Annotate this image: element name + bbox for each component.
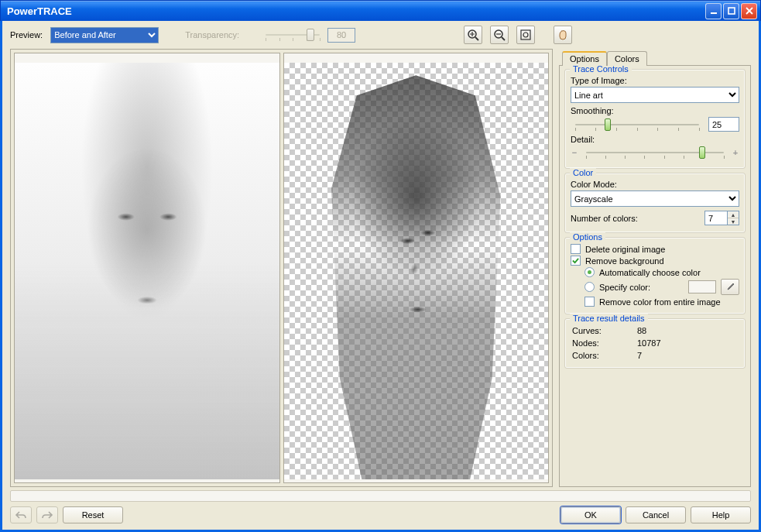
curves-label: Curves: — [572, 325, 636, 336]
svg-point-5 — [523, 33, 528, 37]
specify-color-radio[interactable] — [584, 282, 595, 292]
results-title: Trace result details — [570, 314, 648, 323]
top-toolbar: Preview: Before and After Transparency: … — [2, 21, 759, 49]
original-image — [15, 63, 279, 479]
smoothing-label: Smoothing: — [571, 106, 614, 115]
reset-button[interactable]: Reset — [63, 506, 123, 523]
redo-button[interactable] — [36, 506, 58, 523]
close-button[interactable] — [741, 3, 757, 19]
undo-button[interactable] — [10, 506, 32, 523]
color-mode-select[interactable]: Grayscale — [571, 190, 739, 207]
num-colors-spinner[interactable]: ▲ ▼ — [728, 211, 739, 225]
settings-panel: Options Colors Trace Controls Type of Im… — [559, 49, 751, 487]
maximize-button[interactable] — [723, 3, 739, 19]
spinner-up-icon[interactable]: ▲ — [728, 211, 739, 218]
cancel-button[interactable]: Cancel — [626, 506, 686, 523]
tab-colors[interactable]: Colors — [607, 51, 647, 66]
transparency-slider[interactable] — [266, 28, 320, 42]
trace-controls-title: Trace Controls — [570, 65, 632, 74]
svg-rect-4 — [521, 30, 530, 39]
remove-entire-label: Remove color from entire image — [599, 297, 721, 307]
title-bar: PowerTRACE — [0, 0, 761, 21]
preview-label: Preview: — [10, 30, 43, 39]
color-mode-label: Color Mode: — [571, 180, 617, 189]
after-pane[interactable] — [283, 53, 550, 483]
colors-value: 7 — [637, 350, 738, 361]
colors-label: Colors: — [572, 350, 636, 361]
preview-scrollbar[interactable] — [10, 490, 751, 502]
dialog-frame: Preview: Before and After Transparency: … — [0, 21, 761, 532]
detail-slider[interactable] — [586, 146, 724, 160]
zoom-in-button[interactable] — [464, 26, 482, 44]
tab-options[interactable]: Options — [562, 51, 607, 66]
spinner-down-icon[interactable]: ▼ — [728, 218, 739, 225]
auto-color-radio[interactable] — [584, 267, 595, 277]
options-group-title: Options — [570, 232, 605, 242]
nodes-label: Nodes: — [572, 338, 636, 348]
remove-background-label: Remove background — [585, 256, 664, 266]
specify-color-label: Specify color: — [599, 283, 650, 292]
eyedropper-button[interactable] — [721, 279, 739, 295]
detail-minus-icon: − — [571, 148, 578, 157]
transparency-value: 80 — [327, 28, 355, 43]
specify-color-swatch[interactable] — [688, 280, 716, 293]
nodes-value: 10787 — [637, 338, 738, 348]
minimize-button[interactable] — [705, 3, 722, 19]
svg-rect-1 — [728, 8, 735, 14]
svg-rect-0 — [711, 12, 717, 14]
image-type-label: Type of Image: — [571, 76, 627, 85]
window-title: PowerTRACE — [7, 5, 704, 17]
image-type-select[interactable]: Line art — [571, 87, 739, 103]
remove-background-checkbox[interactable] — [571, 256, 581, 266]
trace-controls-group: Trace Controls Type of Image: Line art S… — [564, 69, 746, 169]
preview-area — [10, 49, 553, 487]
bottom-bar: Reset OK Cancel Help — [2, 502, 759, 530]
smoothing-slider[interactable] — [575, 118, 699, 132]
color-group-title: Color — [570, 168, 596, 177]
ok-button[interactable]: OK — [560, 506, 621, 523]
auto-color-label: Automatically choose color — [599, 268, 701, 277]
remove-entire-checkbox[interactable] — [584, 297, 595, 307]
traced-image — [284, 63, 549, 479]
num-colors-input[interactable]: 7 — [704, 211, 728, 225]
before-pane[interactable] — [14, 53, 280, 483]
results-group: Trace result details Curves: 88 Nodes: 1… — [564, 318, 746, 369]
zoom-out-button[interactable] — [490, 26, 509, 44]
color-group: Color Color Mode: Grayscale Number of co… — [564, 173, 746, 233]
transparency-label: Transparency: — [185, 30, 239, 39]
options-group: Options Delete original image Remove bac… — [564, 237, 746, 314]
detail-plus-icon: + — [732, 148, 739, 157]
detail-label: Detail: — [571, 135, 595, 144]
preview-mode-select[interactable]: Before and After — [50, 27, 159, 43]
num-colors-label: Number of colors: — [571, 214, 700, 223]
delete-original-checkbox[interactable] — [571, 244, 581, 254]
delete-original-label: Delete original image — [585, 245, 665, 254]
curves-value: 88 — [637, 325, 738, 336]
smoothing-value[interactable]: 25 — [708, 117, 739, 132]
help-button[interactable]: Help — [691, 506, 751, 523]
zoom-fit-button[interactable] — [516, 26, 535, 44]
pan-button[interactable] — [554, 26, 572, 44]
